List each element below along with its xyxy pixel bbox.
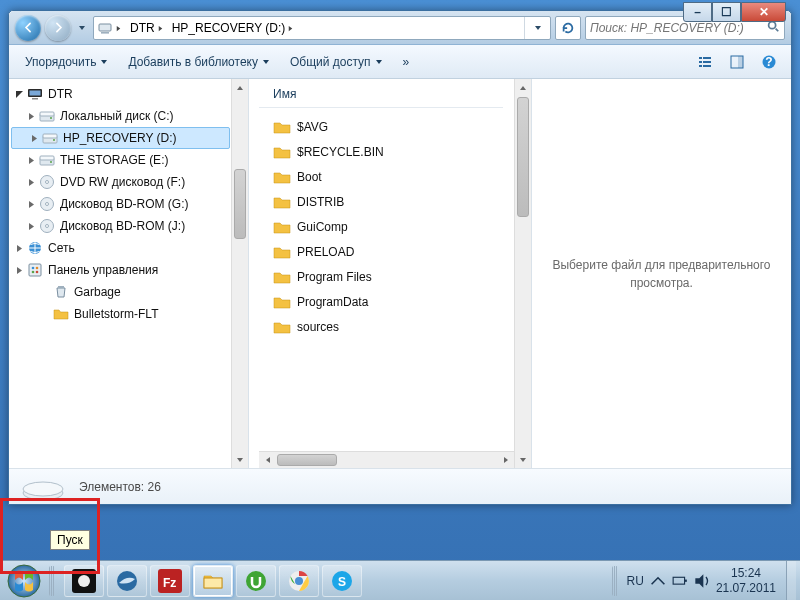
battery-icon[interactable]	[672, 573, 688, 589]
expand-icon[interactable]	[25, 198, 37, 210]
file-item[interactable]: DISTRIB	[259, 189, 531, 214]
file-item[interactable]: $RECYCLE.BIN	[259, 139, 531, 164]
folder-icon	[273, 218, 291, 236]
window-close-button[interactable]: ✕	[741, 2, 786, 22]
organize-menu[interactable]: Упорядочить	[17, 51, 116, 73]
file-item[interactable]: $AVG	[259, 114, 531, 139]
column-header-name[interactable]: Имя	[259, 85, 503, 108]
file-item[interactable]: GuiComp	[259, 214, 531, 239]
breadcrumb-dtr[interactable]: DTR	[127, 17, 169, 39]
system-tray[interactable]: RU 15:24 21.07.2011	[609, 561, 796, 601]
window-maximize-button[interactable]: ☐	[712, 2, 741, 22]
preview-pane-button[interactable]	[723, 50, 751, 74]
taskbar-skype[interactable]: S	[322, 565, 362, 597]
taskbar[interactable]: Fz S RU 15:24 21.07.2011	[0, 560, 800, 600]
scroll-right-icon[interactable]	[497, 452, 514, 468]
help-button[interactable]: ?	[755, 50, 783, 74]
address-dropdown[interactable]	[524, 17, 550, 39]
share-menu[interactable]: Общий доступ	[282, 51, 391, 73]
tree-item[interactable]: HP_RECOVERY (D:)	[11, 127, 230, 149]
scroll-left-icon[interactable]	[259, 452, 276, 468]
svg-rect-7	[699, 65, 702, 67]
volume-icon[interactable]	[694, 573, 710, 589]
file-name: DISTRIB	[297, 195, 344, 209]
nav-back-button[interactable]	[15, 15, 41, 41]
tree-item-label: Дисковод BD-ROM (J:)	[57, 219, 185, 233]
expand-icon[interactable]	[13, 242, 25, 254]
nav-history-dropdown[interactable]	[75, 17, 89, 39]
tree-item[interactable]: Garbage	[9, 281, 248, 303]
tree-scrollbar[interactable]	[231, 79, 248, 468]
expand-icon[interactable]	[25, 154, 37, 166]
show-desktop-button[interactable]	[786, 561, 796, 601]
scroll-thumb[interactable]	[517, 97, 529, 217]
scroll-up-icon[interactable]	[232, 79, 248, 96]
scroll-down-icon[interactable]	[232, 451, 248, 468]
scroll-down-icon[interactable]	[515, 451, 531, 468]
expand-icon[interactable]	[25, 220, 37, 232]
file-name: $RECYCLE.BIN	[297, 145, 384, 159]
expand-icon[interactable]	[25, 176, 37, 188]
scroll-up-icon[interactable]	[515, 79, 531, 96]
breadcrumb-computer[interactable]	[94, 17, 127, 39]
file-item[interactable]: Program Files	[259, 264, 531, 289]
tree-item-label: THE STORAGE (E:)	[57, 153, 168, 167]
file-name: sources	[297, 320, 339, 334]
view-options-button[interactable]	[691, 50, 719, 74]
tray-up-icon[interactable]	[650, 573, 666, 589]
expand-icon[interactable]	[13, 264, 25, 276]
clock[interactable]: 15:24 21.07.2011	[716, 566, 776, 595]
file-item[interactable]: Boot	[259, 164, 531, 189]
svg-text:S: S	[338, 575, 346, 589]
expand-icon[interactable]	[25, 110, 37, 122]
file-vscrollbar[interactable]	[514, 79, 531, 468]
svg-point-21	[53, 139, 55, 141]
file-hscrollbar[interactable]	[259, 451, 514, 468]
file-item[interactable]: PRELOAD	[259, 239, 531, 264]
tree-item[interactable]: Локальный диск (C:)	[9, 105, 248, 127]
file-item[interactable]: ProgramData	[259, 289, 531, 314]
search-input[interactable]	[590, 21, 762, 35]
taskbar-explorer[interactable]	[193, 565, 233, 597]
navigation-tree[interactable]: DTR Локальный диск (C:)HP_RECOVERY (D:)T…	[9, 79, 249, 468]
toolbar-overflow[interactable]: »	[395, 51, 418, 73]
tree-item[interactable]: DVD RW дисковод (F:)	[9, 171, 248, 193]
tree-item[interactable]: Bulletstorm-FLT	[9, 303, 248, 325]
taskbar-app-1[interactable]	[64, 565, 104, 597]
svg-rect-1	[101, 32, 109, 34]
scroll-thumb[interactable]	[234, 169, 246, 239]
tree-item[interactable]: Дисковод BD-ROM (J:)	[9, 215, 248, 237]
taskbar-thunderbird[interactable]	[107, 565, 147, 597]
svg-point-30	[46, 225, 49, 228]
file-name: Program Files	[297, 270, 372, 284]
tree-item[interactable]: THE STORAGE (E:)	[9, 149, 248, 171]
svg-rect-15	[32, 98, 38, 100]
optical-drive-icon	[39, 196, 55, 212]
breadcrumb-hp-recovery[interactable]: HP_RECOVERY (D:)	[169, 17, 300, 39]
address-bar[interactable]: DTR HP_RECOVERY (D:)	[93, 16, 551, 40]
svg-rect-3	[699, 57, 702, 59]
hdd-icon	[42, 130, 58, 146]
window-minimize-button[interactable]: –	[683, 2, 712, 22]
taskbar-filezilla[interactable]: Fz	[150, 565, 190, 597]
refresh-button[interactable]	[555, 16, 581, 40]
file-list-pane[interactable]: Имя $AVG$RECYCLE.BINBootDISTRIBGuiCompPR…	[249, 79, 531, 468]
add-to-library-menu[interactable]: Добавить в библиотеку	[120, 51, 278, 73]
titlebar[interactable]: DTR HP_RECOVERY (D:)	[9, 11, 791, 45]
taskbar-chrome[interactable]	[279, 565, 319, 597]
start-button[interactable]	[4, 561, 44, 601]
tree-controlpanel-label: Панель управления	[45, 263, 158, 277]
language-indicator[interactable]: RU	[627, 574, 644, 588]
tree-item[interactable]: Дисковод BD-ROM (G:)	[9, 193, 248, 215]
file-item[interactable]: sources	[259, 314, 531, 339]
expand-icon[interactable]	[13, 88, 25, 100]
chevron-down-icon	[100, 55, 108, 69]
expand-icon[interactable]	[28, 132, 40, 144]
taskbar-utorrent[interactable]	[236, 565, 276, 597]
nav-forward-button[interactable]	[45, 15, 71, 41]
command-bar: Упорядочить Добавить в библиотеку Общий …	[9, 45, 791, 79]
svg-rect-37	[58, 286, 64, 288]
add-to-library-label: Добавить в библиотеку	[128, 55, 258, 69]
scroll-thumb[interactable]	[277, 454, 337, 466]
chevron-down-icon	[375, 55, 383, 69]
